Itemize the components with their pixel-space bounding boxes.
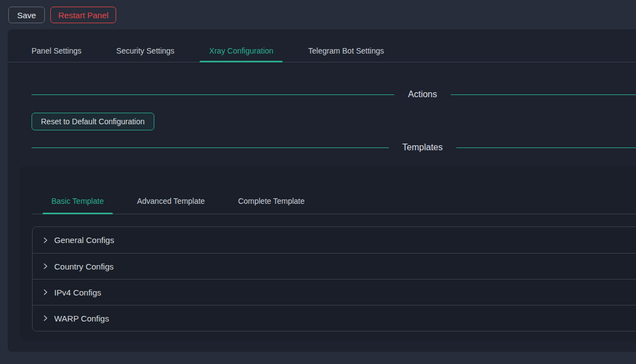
reset-to-default-button[interactable]: Reset to Default Configuration	[32, 113, 154, 130]
tab-xray-configuration[interactable]: Xray Configuration	[200, 45, 283, 62]
config-collapse-group: General Configs Country Configs IPv4 Con…	[32, 226, 636, 331]
collapse-item-label: General Configs	[54, 235, 114, 245]
tab-security-settings[interactable]: Security Settings	[107, 45, 184, 62]
templates-divider: Templates	[32, 139, 636, 156]
collapse-item-general-configs[interactable]: General Configs	[33, 227, 636, 253]
templates-divider-label: Templates	[389, 143, 457, 152]
divider-line	[32, 147, 389, 148]
tab-telegram-bot-settings[interactable]: Telegram Bot Settings	[299, 45, 393, 62]
settings-card: Panel Settings Security Settings Xray Co…	[8, 29, 636, 352]
chevron-right-icon[interactable]	[42, 315, 49, 321]
tab-panel-settings[interactable]: Panel Settings	[22, 45, 91, 62]
templates-card: Basic Template Advanced Template Complet…	[20, 166, 636, 341]
collapse-item-label: WARP Configs	[54, 314, 109, 323]
settings-tab-bar: Panel Settings Security Settings Xray Co…	[8, 29, 636, 62]
collapse-item-country-configs[interactable]: Country Configs	[33, 253, 636, 279]
divider-line	[32, 94, 394, 95]
divider-line	[451, 94, 636, 95]
tab-advanced-template[interactable]: Advanced Template	[128, 196, 214, 214]
actions-divider: Actions	[32, 86, 636, 103]
tab-basic-template[interactable]: Basic Template	[43, 196, 113, 214]
tab-complete-template[interactable]: Complete Template	[229, 196, 313, 214]
chevron-right-icon[interactable]	[42, 289, 49, 296]
xray-configuration-panel: Actions Reset to Default Configuration T…	[8, 86, 636, 341]
topbar: Save Restart Panel	[0, 0, 636, 29]
chevron-right-icon[interactable]	[42, 237, 49, 244]
collapse-item-warp-configs[interactable]: WARP Configs	[33, 305, 636, 331]
collapse-item-label: Country Configs	[54, 262, 114, 271]
actions-divider-label: Actions	[394, 89, 451, 99]
collapse-item-ipv4-configs[interactable]: IPv4 Configs	[33, 279, 636, 305]
save-button[interactable]: Save	[8, 7, 45, 23]
divider-line	[456, 147, 636, 148]
chevron-right-icon[interactable]	[42, 263, 49, 270]
template-tab-bar: Basic Template Advanced Template Complet…	[32, 166, 636, 214]
collapse-item-label: IPv4 Configs	[54, 288, 101, 297]
restart-panel-button[interactable]: Restart Panel	[50, 7, 116, 23]
